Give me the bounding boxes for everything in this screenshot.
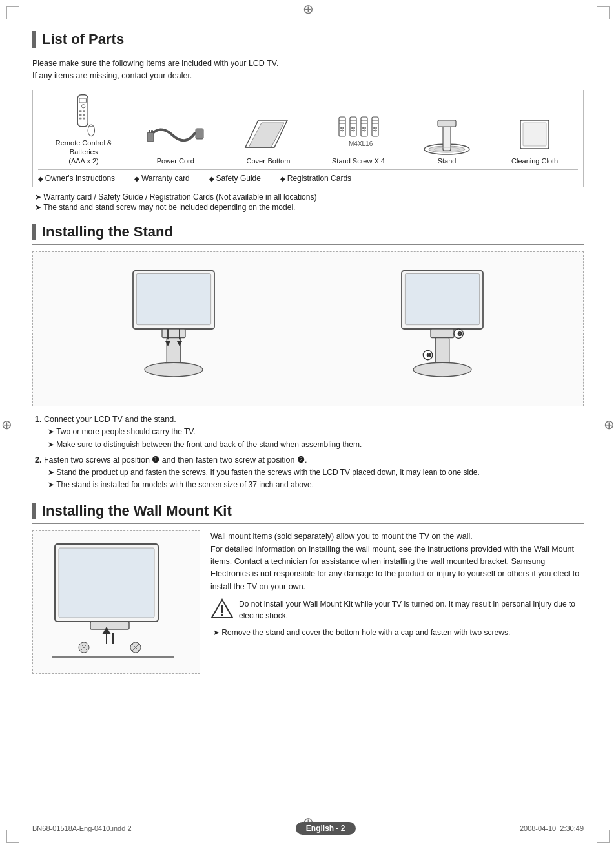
svg-rect-4 — [83, 110, 85, 112]
wall-mount-text: Wall mount items (sold separately) allow… — [210, 530, 584, 674]
section-title-wall-mount: Installing the Wall Mount Kit — [32, 503, 584, 519]
svg-rect-57 — [59, 548, 154, 618]
svg-point-71 — [221, 614, 223, 616]
svg-rect-8 — [83, 117, 85, 119]
step-2: 2. Fasten two screws at position ❶ and t… — [35, 454, 584, 466]
svg-rect-33 — [443, 123, 451, 151]
wall-mount-remove-note: Remove the stand and cover the bottom ho… — [210, 627, 584, 639]
step-1-sub-1: Two or more people should carry the TV. — [35, 426, 584, 438]
svg-rect-40 — [162, 329, 185, 338]
docs-row: Owner's Instructions Warranty card Safet… — [38, 169, 578, 183]
part-cleaning-cloth: Cleaning Cloth — [509, 115, 560, 165]
footer-datetime: 2008-04-10 2:30:49 — [520, 824, 584, 832]
part-power-cord-label: Power Cord — [157, 156, 194, 165]
svg-rect-1 — [79, 98, 87, 103]
svg-rect-11 — [147, 132, 154, 142]
svg-rect-39 — [136, 274, 210, 325]
part-stand: Stand — [420, 115, 475, 165]
list-of-parts-section: List of Parts Please make sure the follo… — [32, 31, 584, 212]
svg-text:❷: ❷ — [457, 331, 462, 337]
cover-bottom-icon — [239, 115, 297, 154]
stand-images-box: ❶ ❷ — [32, 251, 584, 406]
step-2-sub-1: Stand the product up and fasten the scre… — [35, 466, 584, 479]
stand-steps: 1. Connect your LCD TV and the stand. Tw… — [32, 413, 584, 491]
svg-marker-16 — [249, 123, 284, 147]
svg-rect-48 — [405, 274, 479, 325]
installing-stand-section: Installing the Stand — [32, 224, 584, 491]
remote-icon — [69, 97, 98, 136]
step-2-sub-2: The stand is installed for models with t… — [35, 479, 584, 491]
subtitle: Please make sure the following items are… — [32, 58, 584, 82]
part-remote: Remote Control &Batteries(AAA x 2) — [56, 97, 112, 166]
parts-note-2: The stand and stand screw may not be inc… — [32, 203, 584, 212]
parts-box: Remote Control &Batteries(AAA x 2) Powe — [32, 90, 584, 188]
parts-row: Remote Control &Batteries(AAA x 2) Powe — [38, 97, 578, 166]
part-stand-screw: M4XL16 Stand Screw X 4 — [332, 115, 385, 165]
parts-notes: Warranty card / Safety Guide / Registrat… — [32, 193, 584, 212]
svg-rect-13 — [151, 130, 153, 133]
stand-image-right: ❶ ❷ — [384, 264, 500, 393]
doc-safety: Safety Guide — [209, 174, 261, 183]
svg-rect-7 — [79, 117, 82, 119]
footer-file: BN68-01518A-Eng-0410.indd 2 — [32, 824, 132, 832]
svg-text:M4XL16: M4XL16 — [349, 140, 373, 147]
crosshair-top: ⊕ — [303, 1, 314, 17]
section-title-installing-stand: Installing the Stand — [32, 224, 584, 240]
crosshair-left: ⊕ — [1, 417, 12, 432]
section-title-list-of-parts: List of Parts — [32, 31, 584, 48]
svg-rect-5 — [79, 114, 82, 116]
part-cover-bottom: Cover-Bottom — [239, 115, 297, 165]
wall-mount-svg — [45, 538, 187, 667]
wall-mount-content: Wall mount items (sold separately) allow… — [32, 530, 584, 674]
part-stand-label: Stand — [438, 156, 457, 165]
svg-text:❶: ❶ — [426, 352, 431, 359]
doc-owner: Owner's Instructions — [38, 174, 115, 183]
step-1-sub-2: Make sure to distinguish between the fro… — [35, 439, 584, 451]
svg-rect-37 — [523, 123, 546, 146]
stand-screw-icon: M4XL16 — [336, 115, 381, 154]
part-cleaning-cloth-label: Cleaning Cloth — [511, 156, 558, 165]
caution-box: Do not install your Wall Mount Kit while… — [210, 598, 584, 622]
part-cover-bottom-label: Cover-Bottom — [246, 156, 290, 165]
english-badge: English - 2 — [296, 822, 356, 835]
part-power-cord: Power Cord — [147, 115, 205, 165]
svg-rect-14 — [196, 129, 203, 139]
stand-image-left — [116, 264, 232, 393]
step-1: 1. Connect your LCD TV and the stand. — [35, 413, 584, 426]
parts-note-1: Warranty card / Safety Guide / Registrat… — [32, 193, 584, 202]
crosshair-right: ⊕ — [604, 417, 615, 432]
part-remote-label: Remote Control &Batteries(AAA x 2) — [56, 138, 112, 166]
footer: BN68-01518A-Eng-0410.indd 2 English - 2 … — [0, 822, 616, 835]
svg-point-2 — [81, 104, 85, 107]
svg-rect-6 — [83, 114, 85, 116]
stand-icon — [420, 115, 475, 154]
svg-rect-58 — [90, 622, 129, 629]
installing-wall-mount-section: Installing the Wall Mount Kit — [32, 503, 584, 674]
svg-rect-34 — [438, 120, 456, 127]
caution-icon — [210, 598, 234, 622]
doc-registration: Registration Cards — [280, 174, 351, 183]
svg-point-51 — [413, 363, 471, 377]
svg-point-42 — [145, 363, 203, 377]
caution-text: Do not install your Wall Mount Kit while… — [239, 598, 584, 622]
cleaning-cloth-icon — [515, 115, 554, 154]
svg-rect-12 — [149, 130, 150, 133]
part-stand-screw-label: Stand Screw X 4 — [332, 156, 385, 165]
svg-rect-3 — [79, 110, 82, 112]
doc-warranty: Warranty card — [134, 174, 190, 183]
power-cord-icon — [147, 115, 205, 154]
svg-rect-49 — [431, 329, 454, 338]
wall-mount-image — [32, 530, 200, 674]
wall-mount-body: Wall mount items (sold separately) allow… — [210, 530, 584, 593]
